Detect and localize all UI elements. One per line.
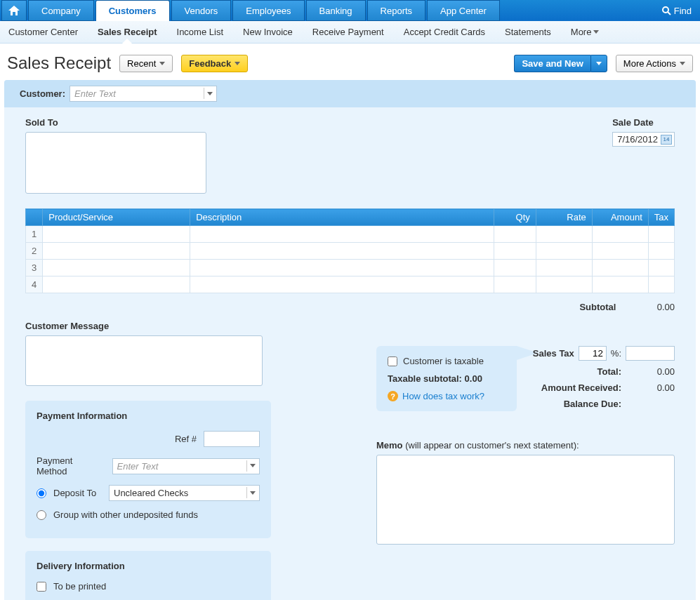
subtotal-row: Subtotal 0.00 [25, 299, 675, 321]
save-and-new-split: Save and New [514, 55, 607, 72]
subnav-statements[interactable]: Statements [505, 27, 551, 37]
sale-date-field[interactable]: 7/16/2012 14 [612, 132, 675, 147]
feedback-button[interactable]: Feedback [181, 55, 248, 72]
payment-method-select[interactable]: Enter Text [112, 458, 260, 474]
svg-line-1 [668, 12, 671, 15]
save-and-new-dropdown[interactable] [590, 55, 607, 72]
balance-due-label: Balance Due: [520, 399, 621, 409]
subnav-receive-payment[interactable]: Receive Payment [312, 27, 384, 37]
sales-tax-label: Sales Tax [520, 348, 574, 359]
subnav-new-invoice[interactable]: New Invoice [243, 27, 293, 37]
subnav-more[interactable]: More [571, 27, 600, 37]
col-qty: Qty [494, 209, 536, 226]
deposit-to-select[interactable]: Uncleared Checks [109, 485, 260, 501]
customer-taxable-checkbox[interactable] [388, 356, 397, 366]
sales-tax-rate-input[interactable] [579, 346, 607, 361]
sales-receipt-form: Customer: Enter Text Sold To Sale Date 7… [4, 80, 696, 600]
subnav-accept-credit-cards[interactable]: Accept Credit Cards [404, 27, 485, 37]
tax-help-link[interactable]: How does tax work? [402, 391, 484, 401]
tab-banking[interactable]: Banking [306, 0, 366, 21]
sold-to-textarea[interactable] [25, 132, 206, 194]
table-row[interactable]: 4 [26, 276, 675, 293]
chevron-down-icon [235, 62, 240, 65]
total-label: Total: [520, 366, 621, 377]
col-tax: Tax [648, 209, 674, 226]
recent-button[interactable]: Recent [119, 55, 173, 72]
col-description: Description [190, 209, 494, 226]
chevron-down-icon [596, 62, 602, 65]
delivery-info-title: Delivery Information [37, 561, 260, 571]
chevron-down-icon [246, 460, 258, 472]
sold-to-section: Sold To [25, 117, 206, 196]
chevron-down-icon [680, 62, 685, 65]
payment-info-panel: Payment Information Ref # Payment Method… [25, 401, 271, 538]
chevron-down-icon [204, 88, 215, 99]
col-product: Product/Service [43, 209, 190, 226]
help-icon: ? [388, 391, 398, 401]
page-title: Sales Receipt [7, 53, 111, 73]
tab-customers[interactable]: Customers [95, 0, 170, 21]
subnav-income-list[interactable]: Income List [177, 27, 223, 37]
top-nav: Company Customers Vendors Employees Bank… [0, 0, 700, 21]
tab-vendors[interactable]: Vendors [171, 0, 232, 21]
home-tab[interactable] [1, 0, 27, 21]
tab-employees[interactable]: Employees [232, 0, 304, 21]
memo-label: Memo (will appear on customer's next sta… [376, 440, 675, 451]
sales-tax-name-input[interactable] [626, 346, 675, 361]
group-funds-label: Group with other undeposited funds [53, 509, 198, 520]
home-icon [8, 6, 20, 15]
chevron-down-icon [159, 62, 165, 65]
deposit-to-label: Deposit To [53, 488, 96, 498]
col-rate: Rate [536, 209, 592, 226]
svg-point-0 [663, 7, 668, 13]
subnav-sales-receipt[interactable]: Sales Receipt [98, 27, 157, 37]
sold-to-label: Sold To [25, 117, 206, 128]
amount-received-label: Amount Received: [520, 382, 621, 393]
sub-nav: Customer Center Sales Receipt Income Lis… [0, 21, 700, 44]
totals-section: Sales Tax %: Total: 0.00 Amount Received… [520, 346, 675, 415]
total-value: 0.00 [626, 366, 675, 377]
title-bar: Sales Receipt Recent Feedback Save and N… [0, 44, 700, 80]
customer-taxable-label: Customer is taxable [403, 356, 484, 366]
amount-received-value: 0.00 [626, 382, 675, 393]
memo-section: Memo (will appear on customer's next sta… [376, 440, 675, 547]
tax-info-box: Customer is taxable Taxable subtotal: 0.… [376, 346, 517, 411]
tab-company[interactable]: Company [28, 0, 94, 21]
calendar-icon[interactable]: 14 [661, 135, 672, 145]
group-funds-radio[interactable] [37, 510, 46, 520]
customer-select[interactable]: Enter Text [70, 86, 217, 102]
payment-method-label: Payment Method [37, 455, 105, 476]
col-amount: Amount [592, 209, 648, 226]
table-row[interactable]: 1 [26, 226, 675, 243]
customer-label: Customer: [20, 88, 65, 99]
customer-message-textarea[interactable] [25, 335, 263, 386]
chevron-down-icon [593, 30, 599, 34]
line-items-table: Product/Service Description Qty Rate Amo… [25, 208, 675, 293]
search-icon [661, 6, 671, 15]
taxable-subtotal: Taxable subtotal: 0.00 [388, 373, 506, 384]
customer-message-section: Customer Message [25, 321, 271, 388]
chevron-down-icon [246, 487, 258, 498]
memo-textarea[interactable] [376, 455, 675, 545]
to-be-printed-checkbox[interactable] [37, 582, 46, 592]
sale-date-label: Sale Date [612, 117, 675, 128]
find-link[interactable]: Find [661, 0, 700, 21]
sale-date-section: Sale Date 7/16/2012 14 [612, 117, 675, 196]
to-be-printed-label: To be printed [53, 581, 106, 592]
table-row[interactable]: 3 [26, 260, 675, 276]
more-actions-button[interactable]: More Actions [616, 55, 693, 72]
delivery-info-panel: Delivery Information To be printed To be… [25, 551, 271, 600]
save-and-new-button[interactable]: Save and New [514, 55, 590, 72]
ref-input[interactable] [204, 431, 260, 447]
ref-label: Ref # [175, 434, 197, 444]
customer-message-label: Customer Message [25, 321, 271, 331]
tab-reports[interactable]: Reports [367, 0, 426, 21]
subnav-customer-center[interactable]: Customer Center [8, 27, 78, 37]
deposit-to-radio[interactable] [37, 488, 46, 498]
payment-info-title: Payment Information [37, 411, 260, 421]
customer-bar: Customer: Enter Text [4, 80, 696, 107]
table-row[interactable]: 2 [26, 243, 675, 260]
tab-app-center[interactable]: App Center [427, 0, 500, 21]
